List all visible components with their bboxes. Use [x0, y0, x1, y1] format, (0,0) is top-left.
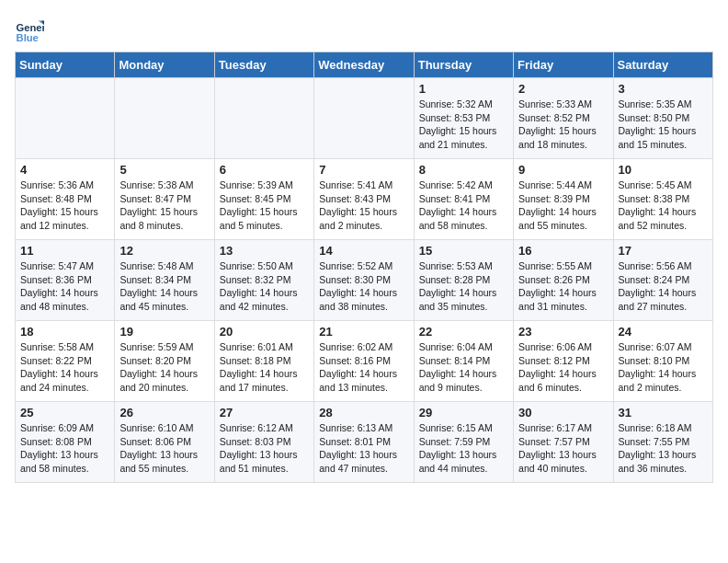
calendar-cell: 20Sunrise: 6:01 AM Sunset: 8:18 PM Dayli…	[214, 321, 313, 402]
day-info: Sunrise: 6:06 AM Sunset: 8:12 PM Dayligh…	[518, 340, 608, 395]
day-number: 13	[220, 244, 309, 258]
calendar-cell: 13Sunrise: 5:50 AM Sunset: 8:32 PM Dayli…	[214, 240, 313, 321]
day-number: 12	[119, 244, 209, 258]
calendar-cell: 29Sunrise: 6:15 AM Sunset: 7:59 PM Dayli…	[414, 402, 513, 483]
day-number: 22	[419, 325, 508, 339]
calendar-cell: 28Sunrise: 6:13 AM Sunset: 8:01 PM Dayli…	[314, 402, 414, 483]
day-info: Sunrise: 5:36 AM Sunset: 8:48 PM Dayligh…	[20, 178, 109, 233]
day-number: 20	[220, 325, 309, 339]
calendar-cell: 22Sunrise: 6:04 AM Sunset: 8:14 PM Dayli…	[414, 321, 513, 402]
weekday-header: Friday	[514, 52, 613, 78]
day-info: Sunrise: 6:02 AM Sunset: 8:16 PM Dayligh…	[319, 340, 408, 395]
logo-icon: General Blue	[15, 15, 44, 44]
weekday-header: Saturday	[613, 52, 712, 78]
calendar-cell	[314, 78, 414, 159]
day-info: Sunrise: 5:50 AM Sunset: 8:32 PM Dayligh…	[220, 259, 309, 314]
calendar-cell: 23Sunrise: 6:06 AM Sunset: 8:12 PM Dayli…	[514, 321, 613, 402]
day-number: 3	[619, 82, 708, 96]
day-number: 28	[319, 406, 408, 419]
calendar-cell: 19Sunrise: 5:59 AM Sunset: 8:20 PM Dayli…	[115, 321, 214, 402]
day-info: Sunrise: 5:39 AM Sunset: 8:45 PM Dayligh…	[220, 178, 309, 233]
weekday-header: Monday	[115, 52, 214, 78]
calendar-cell: 31Sunrise: 6:18 AM Sunset: 7:55 PM Dayli…	[613, 402, 712, 483]
calendar-cell: 6Sunrise: 5:39 AM Sunset: 8:45 PM Daylig…	[214, 159, 313, 240]
day-info: Sunrise: 5:38 AM Sunset: 8:47 PM Dayligh…	[119, 178, 209, 233]
day-info: Sunrise: 5:52 AM Sunset: 8:30 PM Dayligh…	[319, 259, 408, 314]
calendar-cell	[16, 78, 115, 159]
calendar-cell: 1Sunrise: 5:32 AM Sunset: 8:53 PM Daylig…	[414, 78, 513, 159]
calendar-cell: 16Sunrise: 5:55 AM Sunset: 8:26 PM Dayli…	[514, 240, 613, 321]
calendar-cell: 26Sunrise: 6:10 AM Sunset: 8:06 PM Dayli…	[115, 402, 214, 483]
calendar-cell: 2Sunrise: 5:33 AM Sunset: 8:52 PM Daylig…	[514, 78, 613, 159]
day-info: Sunrise: 5:45 AM Sunset: 8:38 PM Dayligh…	[619, 178, 708, 233]
calendar-cell	[115, 78, 214, 159]
calendar-cell: 14Sunrise: 5:52 AM Sunset: 8:30 PM Dayli…	[314, 240, 414, 321]
day-number: 1	[419, 82, 508, 96]
day-number: 2	[518, 82, 608, 96]
calendar-cell: 10Sunrise: 5:45 AM Sunset: 8:38 PM Dayli…	[613, 159, 712, 240]
calendar-cell: 12Sunrise: 5:48 AM Sunset: 8:34 PM Dayli…	[115, 240, 214, 321]
calendar-cell: 25Sunrise: 6:09 AM Sunset: 8:08 PM Dayli…	[16, 402, 115, 483]
calendar-cell: 24Sunrise: 6:07 AM Sunset: 8:10 PM Dayli…	[613, 321, 712, 402]
day-info: Sunrise: 6:15 AM Sunset: 7:59 PM Dayligh…	[419, 421, 508, 476]
weekday-header: Thursday	[414, 52, 513, 78]
calendar-cell: 11Sunrise: 5:47 AM Sunset: 8:36 PM Dayli…	[16, 240, 115, 321]
day-number: 5	[119, 163, 209, 177]
day-info: Sunrise: 5:48 AM Sunset: 8:34 PM Dayligh…	[119, 259, 209, 314]
day-number: 11	[20, 244, 109, 258]
day-number: 17	[619, 244, 708, 258]
day-info: Sunrise: 5:53 AM Sunset: 8:28 PM Dayligh…	[419, 259, 508, 314]
day-number: 4	[20, 163, 109, 177]
calendar-week-row: 1Sunrise: 5:32 AM Sunset: 8:53 PM Daylig…	[16, 78, 713, 159]
day-info: Sunrise: 5:35 AM Sunset: 8:50 PM Dayligh…	[619, 98, 708, 152]
calendar-cell: 30Sunrise: 6:17 AM Sunset: 7:57 PM Dayli…	[514, 402, 613, 483]
day-number: 7	[319, 163, 408, 177]
logo: General Blue	[15, 15, 48, 44]
day-info: Sunrise: 5:42 AM Sunset: 8:41 PM Dayligh…	[419, 178, 508, 233]
day-info: Sunrise: 5:56 AM Sunset: 8:24 PM Dayligh…	[619, 259, 708, 314]
day-number: 21	[319, 325, 408, 339]
calendar-week-row: 4Sunrise: 5:36 AM Sunset: 8:48 PM Daylig…	[16, 159, 713, 240]
weekday-header: Tuesday	[214, 52, 313, 78]
day-info: Sunrise: 5:33 AM Sunset: 8:52 PM Dayligh…	[518, 98, 608, 152]
day-number: 6	[220, 163, 309, 177]
day-info: Sunrise: 6:13 AM Sunset: 8:01 PM Dayligh…	[319, 421, 408, 476]
day-number: 15	[419, 244, 508, 258]
day-info: Sunrise: 6:07 AM Sunset: 8:10 PM Dayligh…	[619, 340, 708, 395]
calendar-cell: 17Sunrise: 5:56 AM Sunset: 8:24 PM Dayli…	[613, 240, 712, 321]
calendar-cell: 18Sunrise: 5:58 AM Sunset: 8:22 PM Dayli…	[16, 321, 115, 402]
calendar-cell: 5Sunrise: 5:38 AM Sunset: 8:47 PM Daylig…	[115, 159, 214, 240]
calendar-cell: 21Sunrise: 6:02 AM Sunset: 8:16 PM Dayli…	[314, 321, 414, 402]
day-info: Sunrise: 6:09 AM Sunset: 8:08 PM Dayligh…	[20, 421, 109, 476]
day-number: 31	[619, 406, 708, 419]
day-number: 25	[20, 406, 109, 419]
header: General Blue	[15, 15, 713, 44]
day-number: 10	[619, 163, 708, 177]
calendar-cell: 3Sunrise: 5:35 AM Sunset: 8:50 PM Daylig…	[613, 78, 712, 159]
day-number: 8	[419, 163, 508, 177]
calendar-table: SundayMondayTuesdayWednesdayThursdayFrid…	[15, 52, 713, 483]
day-number: 26	[119, 406, 209, 419]
day-info: Sunrise: 6:18 AM Sunset: 7:55 PM Dayligh…	[619, 421, 708, 476]
day-number: 23	[518, 325, 608, 339]
calendar-week-row: 18Sunrise: 5:58 AM Sunset: 8:22 PM Dayli…	[16, 321, 713, 402]
day-info: Sunrise: 5:32 AM Sunset: 8:53 PM Dayligh…	[419, 98, 508, 152]
calendar-cell: 27Sunrise: 6:12 AM Sunset: 8:03 PM Dayli…	[214, 402, 313, 483]
calendar-cell: 15Sunrise: 5:53 AM Sunset: 8:28 PM Dayli…	[414, 240, 513, 321]
day-info: Sunrise: 6:10 AM Sunset: 8:06 PM Dayligh…	[119, 421, 209, 476]
day-number: 18	[20, 325, 109, 339]
day-number: 30	[518, 406, 608, 419]
day-info: Sunrise: 5:44 AM Sunset: 8:39 PM Dayligh…	[518, 178, 608, 233]
day-number: 9	[518, 163, 608, 177]
day-info: Sunrise: 5:58 AM Sunset: 8:22 PM Dayligh…	[20, 340, 109, 395]
day-number: 16	[518, 244, 608, 258]
day-number: 14	[319, 244, 408, 258]
day-number: 19	[119, 325, 209, 339]
calendar-cell	[214, 78, 313, 159]
day-info: Sunrise: 6:04 AM Sunset: 8:14 PM Dayligh…	[419, 340, 508, 395]
day-number: 29	[419, 406, 508, 419]
weekday-header: Sunday	[16, 52, 115, 78]
calendar-week-row: 11Sunrise: 5:47 AM Sunset: 8:36 PM Dayli…	[16, 240, 713, 321]
calendar-cell: 7Sunrise: 5:41 AM Sunset: 8:43 PM Daylig…	[314, 159, 414, 240]
weekday-header: Wednesday	[314, 52, 414, 78]
